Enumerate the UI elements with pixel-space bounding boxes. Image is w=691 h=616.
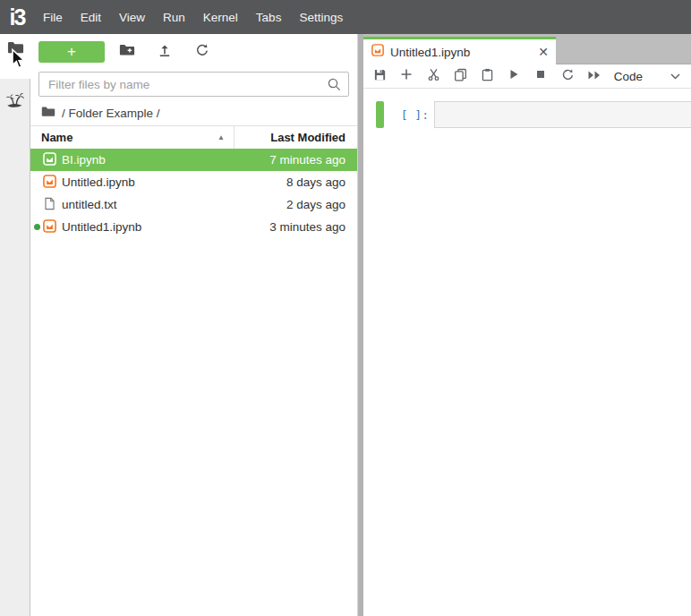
text-file-icon: [43, 197, 56, 213]
file-row-untitled1-ipynb[interactable]: Untitled1.ipynb 3 minutes ago: [30, 216, 357, 238]
file-name: Untitled1.ipynb: [62, 220, 141, 234]
upload-icon: [158, 43, 172, 61]
column-header-last-modified[interactable]: Last Modified: [234, 126, 357, 149]
notebook-toolbar: Code: [363, 64, 691, 89]
breadcrumb[interactable]: / Folder Example /: [30, 100, 357, 125]
tab-title: Untitled1.ipynb: [390, 46, 470, 59]
chevron-down-icon: [670, 73, 681, 81]
file-modified: 3 minutes ago: [269, 220, 357, 234]
tab-bar: Untitled1.ipynb ✕: [363, 34, 691, 64]
file-row-bi-ipynb[interactable]: BI.ipynb 7 minutes ago: [30, 149, 357, 171]
fast-forward-icon: [587, 68, 601, 84]
menu-bar: i3 File Edit View Run Kernel Tabs Settin…: [0, 0, 691, 34]
cut-cells-button[interactable]: [420, 64, 447, 88]
app-logo-icon: i3: [0, 0, 34, 34]
notebook-icon: [43, 152, 56, 168]
main-dock-panel: Untitled1.ipynb ✕: [363, 34, 691, 616]
active-cell-collapser[interactable]: [376, 101, 384, 128]
file-browser-panel: +: [30, 34, 358, 616]
code-cell[interactable]: [ ]:: [363, 101, 691, 128]
file-row-untitled-txt[interactable]: untitled.txt 2 days ago: [30, 193, 357, 216]
file-list-header: Name ▲ Last Modified: [30, 125, 357, 149]
cell-input-prompt: [ ]:: [384, 101, 434, 128]
run-icon: [508, 68, 520, 84]
cell-code-editor[interactable]: [434, 101, 691, 128]
file-browser-toolbar: +: [30, 34, 357, 64]
file-row-untitled-ipynb[interactable]: Untitled.ipynb 8 days ago: [30, 171, 357, 193]
restart-kernel-icon: [561, 68, 575, 85]
file-modified: 2 days ago: [286, 198, 357, 211]
menu-kernel[interactable]: Kernel: [194, 11, 247, 24]
kernel-running-dot: [34, 224, 40, 230]
add-cell-icon: [400, 68, 413, 84]
file-name: Untitled.ipynb: [62, 175, 135, 189]
sidebar-strip: [0, 79, 30, 616]
restart-run-all-button[interactable]: [581, 64, 608, 88]
notebook-content: [ ]:: [363, 89, 691, 616]
restart-kernel-button[interactable]: [554, 64, 581, 88]
jupyterlab-window: i3 File Edit View Run Kernel Tabs Settin…: [0, 0, 691, 616]
notebook-icon: [43, 219, 56, 235]
file-filter: [38, 72, 349, 97]
notebook-icon: [43, 175, 56, 191]
refresh-button[interactable]: [183, 41, 221, 63]
paste-cells-button[interactable]: [473, 64, 500, 88]
file-name: untitled.txt: [62, 198, 117, 211]
run-cell-button[interactable]: [500, 64, 527, 88]
menu-file[interactable]: File: [34, 11, 72, 24]
paste-icon: [481, 68, 494, 85]
file-modified: 8 days ago: [286, 175, 357, 189]
menu-run[interactable]: Run: [154, 11, 194, 24]
copy-icon: [454, 68, 467, 85]
new-folder-button[interactable]: [108, 41, 146, 63]
palm-tree-icon[interactable]: [4, 90, 25, 112]
cut-icon: [427, 68, 440, 85]
tab-untitled1-ipynb[interactable]: Untitled1.ipynb ✕: [363, 37, 556, 64]
file-name: BI.ipynb: [62, 153, 106, 167]
filter-files-input[interactable]: [38, 72, 349, 97]
menu-settings[interactable]: Settings: [290, 11, 352, 24]
search-icon: [327, 77, 342, 96]
new-folder-icon: [119, 43, 135, 60]
stop-icon: [534, 68, 547, 84]
menu-tabs[interactable]: Tabs: [247, 11, 291, 24]
menu-view[interactable]: View: [110, 11, 154, 24]
file-list: BI.ipynb 7 minutes ago Untitled.ipynb 8 …: [30, 149, 357, 616]
sort-ascending-icon: ▲: [218, 133, 225, 141]
home-folder-icon[interactable]: [41, 106, 55, 120]
left-sidebar: [0, 34, 30, 616]
breadcrumb-path: / Folder Example /: [62, 107, 160, 120]
new-launcher-button[interactable]: +: [38, 41, 105, 63]
cell-type-dropdown[interactable]: Code: [614, 70, 688, 83]
save-button[interactable]: [366, 64, 393, 88]
file-modified: 7 minutes ago: [269, 153, 357, 167]
close-icon[interactable]: ✕: [538, 46, 549, 58]
folder-icon: [7, 40, 24, 79]
interrupt-kernel-button[interactable]: [527, 64, 554, 88]
refresh-icon: [195, 43, 209, 61]
sidebar-tab-file-browser[interactable]: [0, 34, 30, 79]
save-icon: [373, 68, 387, 85]
cell-type-value: Code: [614, 70, 643, 83]
copy-cells-button[interactable]: [447, 64, 473, 88]
notebook-icon: [371, 44, 384, 60]
column-header-name[interactable]: Name ▲: [30, 126, 234, 149]
upload-button[interactable]: [146, 41, 183, 63]
add-cell-button[interactable]: [393, 64, 420, 88]
menu-edit[interactable]: Edit: [72, 11, 110, 24]
